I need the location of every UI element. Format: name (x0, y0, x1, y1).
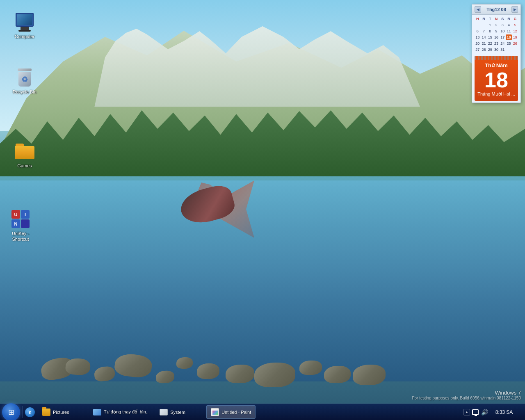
cal-day-7[interactable]: 7 (481, 28, 486, 34)
system-label: System (170, 410, 185, 415)
cal-day-19[interactable]: 19 (512, 34, 518, 40)
bin-shape: ♻ (17, 68, 32, 87)
cal-day-21[interactable]: 21 (481, 41, 486, 46)
taskbar-item-paint[interactable]: Untitled - Paint (206, 405, 256, 419)
cal-day-18-today[interactable]: 18 (506, 34, 511, 40)
recycle-bin-label: Recycle Bin (8, 89, 41, 95)
cal-day-20[interactable]: 20 (475, 41, 480, 46)
stand-shape (21, 27, 29, 30)
cal-empty (481, 22, 486, 28)
unikey-cell-empty (21, 219, 30, 228)
cal-day-3[interactable]: 3 (500, 22, 505, 28)
cal-day-4[interactable]: 4 (506, 22, 511, 28)
rock (226, 365, 254, 383)
desktop-icon-unikey[interactable]: U I N UniKey - Shortcut (4, 209, 37, 242)
cal-day-24[interactable]: 24 (500, 41, 505, 46)
cal-day-16[interactable]: 16 (493, 34, 499, 40)
network-icon-shape (472, 409, 479, 415)
weekday-h: H (475, 16, 480, 21)
rock (114, 352, 153, 379)
cal-day-26[interactable]: 26 (512, 41, 518, 46)
calendar-header: ◀ Thg12 08 ▶ (472, 5, 520, 15)
desktop-icon-recycle-bin[interactable]: ♻ Recycle Bin (8, 68, 41, 95)
taskbar-items: Pictures Tự động thay đổi hìn... System (37, 404, 460, 420)
cal-day-8[interactable]: 8 (487, 28, 493, 34)
unikey-shape: U I N (11, 210, 30, 228)
base-shape (18, 30, 31, 32)
cal-day-6[interactable]: 6 (475, 28, 480, 34)
weekday-s1: S (500, 16, 505, 21)
cal-day-31[interactable]: 31 (500, 47, 505, 52)
cal-day-9[interactable]: 9 (493, 28, 499, 34)
date-number: 18 (476, 69, 516, 91)
calendar-prev-btn[interactable]: ◀ (475, 6, 481, 13)
pictures-taskbar-icon (42, 408, 50, 416)
taskbar-item-pictures[interactable]: Pictures (38, 405, 87, 419)
calendar-grid: H B T N S B C 1 2 3 4 5 6 7 8 (472, 15, 520, 54)
weekday-c: C (512, 16, 518, 21)
desktop-icon-computer[interactable]: Computer (8, 12, 41, 39)
paint-icon-shape (211, 408, 219, 416)
tray-expand-button[interactable]: ▲ (463, 409, 470, 415)
cal-day-23[interactable]: 23 (493, 41, 499, 46)
tu-dong-icon (93, 408, 101, 416)
paint-taskbar-icon (211, 408, 219, 416)
cal-day-17[interactable]: 17 (500, 34, 505, 40)
cal-day-25[interactable]: 25 (506, 41, 511, 46)
cal-day-12[interactable]: 12 (512, 28, 518, 34)
weekday-n: N (493, 16, 499, 21)
weekday-b2: B (506, 16, 511, 21)
start-button[interactable] (0, 404, 22, 420)
rock (176, 357, 193, 369)
cal-day-28[interactable]: 28 (481, 47, 486, 52)
cal-empty (512, 47, 518, 52)
tu-dong-label: Tự động thay đổi hìn... (104, 409, 150, 415)
show-desktop-button[interactable] (522, 404, 525, 420)
cal-day-13[interactable]: 13 (475, 34, 480, 40)
unikey-cell-i: I (21, 210, 30, 219)
unikey-cell-n: N (11, 219, 20, 228)
taskbar-item-tu-dong[interactable]: Tự động thay đổi hìn... (89, 405, 154, 419)
rock (324, 366, 351, 383)
cal-day-1[interactable]: 1 (487, 22, 493, 28)
calendar-widget: ◀ Thg12 08 ▶ H B T N S B C 1 2 3 4 (472, 4, 521, 103)
cal-day-10[interactable]: 10 (500, 28, 505, 34)
pictures-taskbar-label: Pictures (53, 410, 69, 415)
cal-day-30[interactable]: 30 (493, 47, 499, 52)
rock (94, 366, 116, 382)
network-tray-icon[interactable] (472, 408, 479, 416)
clock-area[interactable]: 8:33 SA (490, 409, 518, 415)
rock (353, 365, 386, 385)
cal-day-27[interactable]: 27 (475, 47, 480, 52)
volume-tray-icon[interactable]: 🔊 (481, 408, 488, 416)
fish (164, 180, 254, 238)
unikey-label: UniKey - Shortcut (4, 231, 37, 242)
cal-day-29[interactable]: 29 (487, 47, 493, 52)
bin-lid (18, 68, 32, 71)
cal-empty (475, 22, 480, 28)
cal-day-14[interactable]: 14 (481, 34, 486, 40)
clock-time: 8:33 SA (495, 409, 513, 415)
taskbar: e Pictures Tự động thay đổi hìn... (0, 404, 525, 420)
desktop-icon-games[interactable]: Games (8, 142, 41, 169)
calendar-month-title: Thg12 08 (486, 7, 506, 12)
weekday-t: T (487, 16, 493, 21)
cal-day-15[interactable]: 15 (487, 34, 493, 40)
cal-day-2[interactable]: 2 (493, 22, 499, 28)
taskbar-item-system[interactable]: System (155, 405, 205, 419)
computer-icon-label: Computer (8, 34, 41, 39)
system-icon-shape (160, 409, 168, 415)
start-orb[interactable] (2, 403, 20, 420)
calendar-next-btn[interactable]: ▶ (511, 6, 518, 13)
cal-day-11[interactable]: 11 (506, 28, 511, 34)
recycle-arrow: ♻ (20, 75, 29, 84)
paint-label: Untitled - Paint (221, 410, 251, 415)
build-info: For testing purposes only. Build 6956.wi… (412, 396, 521, 400)
games-folder-icon (15, 142, 34, 161)
monitor-shape (16, 13, 34, 27)
weekday-b: B (481, 16, 486, 21)
cal-day-5[interactable]: 5 (512, 22, 518, 28)
taskbar-ie-button[interactable]: e (23, 404, 37, 420)
cal-day-22[interactable]: 22 (487, 41, 493, 46)
ie-icon: e (25, 407, 35, 417)
